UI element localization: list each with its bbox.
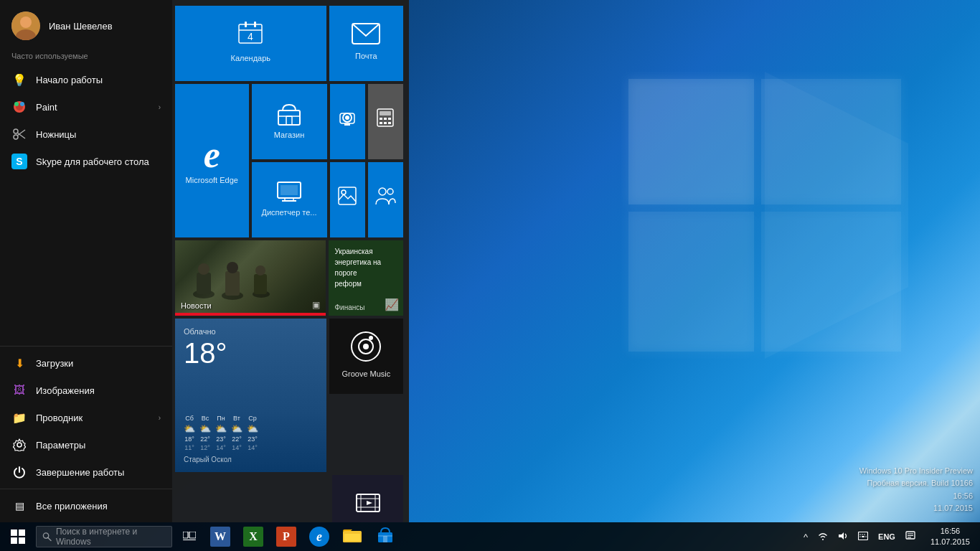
calendar-tile-icon: 4: [237, 20, 263, 51]
svg-text:4: 4: [248, 31, 253, 42]
systray-volume-icon[interactable]: [836, 531, 850, 543]
user-name: Иван Шевелев: [49, 21, 113, 32]
taskbar-right-area: ^: [796, 522, 980, 551]
taskbar-app-store[interactable]: [369, 522, 402, 551]
mail-tile-label: Почта: [352, 52, 380, 60]
webcam-tile-icon: [337, 109, 357, 130]
groove-tile-icon: [350, 331, 382, 365]
tile-people[interactable]: [368, 162, 403, 237]
taskbar-clock[interactable]: 16:56 11.07.2015: [923, 522, 977, 551]
tile-webcam[interactable]: [330, 84, 365, 159]
weather-city: Старый Оскол: [184, 456, 232, 463]
menu-item-pictures[interactable]: 🖼 Изображения: [0, 377, 172, 404]
weather-condition: Облачно: [184, 327, 216, 336]
svg-line-80: [48, 537, 51, 540]
taskbar-task-view-button[interactable]: [175, 522, 204, 551]
edge-tile-icon: e: [204, 133, 220, 176]
systray-language[interactable]: ENG: [876, 532, 897, 541]
taskbar-app-excel[interactable]: X: [237, 522, 270, 551]
tile-store[interactable]: Магазин: [252, 84, 327, 159]
search-placeholder: Поиск в интернете и Windows: [56, 527, 166, 547]
win-version-line2: Пробная версия. Build 10166: [859, 477, 973, 490]
tile-calendar[interactable]: 4 Календарь: [175, 6, 326, 81]
menu-item-settings[interactable]: Параметры: [0, 431, 172, 458]
svg-rect-29: [245, 22, 247, 27]
systray-keyboard-icon[interactable]: [856, 532, 870, 542]
systray-network-icon[interactable]: [816, 531, 830, 543]
svg-rect-76: [19, 529, 25, 536]
clock-date: 11.07.2015: [930, 537, 970, 547]
tile-calculator[interactable]: [368, 84, 403, 159]
weather-forecast-day: Вт ⛅ 22° 14°: [231, 415, 242, 451]
svg-point-26: [17, 443, 22, 447]
tile-edge[interactable]: e Microsoft Edge: [175, 84, 249, 237]
tile-news[interactable]: Новости ▣: [175, 240, 326, 316]
tiles-row-1: 4 Календарь Почта: [175, 6, 403, 81]
svg-rect-48: [388, 118, 391, 120]
taskbar-app-edge[interactable]: e: [303, 522, 336, 551]
svg-rect-63: [254, 274, 267, 294]
svg-rect-35: [286, 116, 292, 125]
tile-devmgr[interactable]: Диспетчер те...: [252, 162, 327, 237]
skype-icon: S: [11, 154, 27, 169]
frequent-apps-list: 💡 Начало работы Paint ›: [0, 66, 172, 343]
svg-point-67: [363, 344, 369, 349]
taskbar-app-explorer[interactable]: [336, 522, 369, 551]
menu-item-all-apps[interactable]: ▤ Все приложения: [0, 492, 172, 519]
taskbar-start-button[interactable]: [0, 522, 36, 551]
menu-item-shutdown[interactable]: Завершение работы: [0, 458, 172, 486]
menu-item-explorer[interactable]: 📁 Проводник ›: [0, 404, 172, 431]
photos-tile-icon: [337, 186, 357, 209]
tile-groove[interactable]: Groove Music: [329, 319, 403, 394]
svg-rect-49: [380, 122, 382, 124]
getting-started-icon: 💡: [11, 72, 27, 88]
all-apps-icon: ▤: [11, 498, 27, 514]
movies-tile-label: Кино и ТВ: [347, 522, 389, 523]
svg-rect-43: [344, 123, 350, 126]
word-icon: W: [210, 527, 230, 547]
frequent-label: Часто используемые: [0, 49, 172, 66]
menu-item-skype[interactable]: S Skype для рабочего стола: [0, 148, 172, 175]
tile-weather[interactable]: Облачно 18° Сб ⛅ 18° 11° Вс ⛅ 22° 12° Пн…: [175, 319, 326, 472]
svg-rect-45: [380, 111, 391, 116]
tile-movies[interactable]: Кино и ТВ: [332, 475, 403, 522]
task-view-icon: [183, 532, 196, 542]
groove-tile-label: Groove Music: [339, 369, 393, 378]
svg-rect-85: [344, 534, 360, 541]
menu-item-paint[interactable]: Paint ›: [0, 93, 172, 121]
svg-rect-88: [383, 536, 387, 542]
taskbar-app-word[interactable]: W: [204, 522, 237, 551]
svg-point-54: [379, 188, 386, 195]
weather-forecast-day: Вс ⛅ 22° 12°: [199, 415, 211, 451]
svg-marker-0: [628, 79, 754, 204]
menu-item-downloads[interactable]: ⬇ Загрузки: [0, 349, 172, 377]
svg-point-16: [20, 17, 32, 28]
settings-icon: [11, 437, 27, 453]
systray-arrow[interactable]: ^: [801, 532, 810, 542]
svg-rect-75: [11, 529, 17, 536]
weather-forecast-day: Сб ⛅ 18° 11°: [184, 415, 195, 451]
taskbar-app-powerpoint[interactable]: P: [270, 522, 303, 551]
menu-item-scissors[interactable]: Ножницы: [0, 121, 172, 148]
clock-time: 16:56: [941, 526, 961, 537]
svg-rect-81: [183, 532, 188, 538]
tiles-row-4: Облачно 18° Сб ⛅ 18° 11° Вс ⛅ 22° 12° Пн…: [175, 319, 403, 472]
weather-temperature: 18°: [184, 339, 227, 367]
svg-rect-46: [380, 118, 382, 120]
start-user-section[interactable]: Иван Шевелев: [0, 0, 172, 49]
tiles-row-5: Кино и ТВ: [175, 475, 403, 522]
win-version-line1: Windows 10 Pro Insider Preview: [859, 465, 973, 478]
tile-mail[interactable]: Почта: [329, 6, 403, 81]
calculator-tile-icon: [376, 108, 395, 131]
mail-tile-icon: [352, 23, 380, 47]
tiles-row-2: e Microsoft Edge Магазин: [175, 84, 403, 237]
pictures-icon: 🖼: [11, 382, 27, 398]
menu-item-getting-started[interactable]: 💡 Начало работы: [0, 66, 172, 93]
news-bar: [175, 313, 326, 316]
tile-photos[interactable]: [330, 162, 365, 237]
action-center-icon: [905, 531, 915, 541]
taskbar-search-box[interactable]: Поиск в интернете и Windows: [36, 526, 172, 547]
skype-label: Skype для рабочего стола: [36, 156, 149, 167]
tile-finance[interactable]: Украинскаяэнергетика напорогереформ 📈 Фи…: [329, 240, 403, 316]
systray-action-center[interactable]: [903, 531, 918, 543]
